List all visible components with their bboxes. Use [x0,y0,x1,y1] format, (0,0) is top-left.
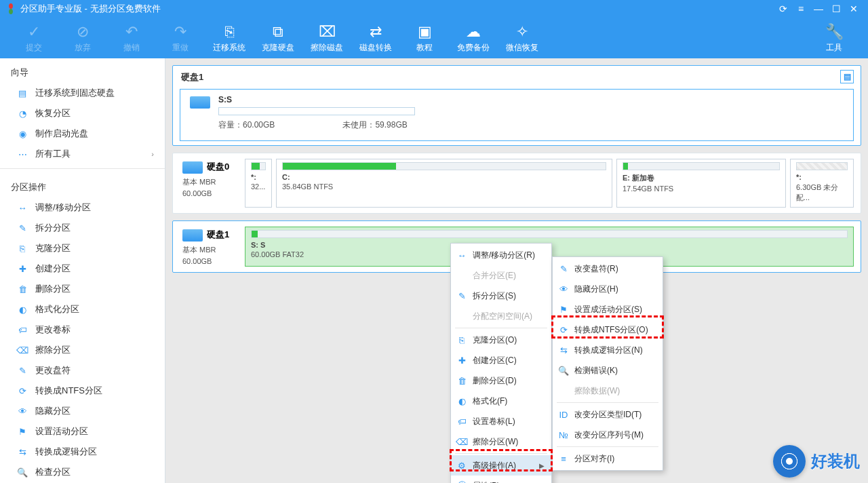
sidebar-item-migrate-ssd[interactable]: ▤迁移系统到固态硬盘 [0,83,165,103]
ctx-split[interactable]: ✎拆分分区(S) [451,286,551,306]
tools-button[interactable]: 🔧工具 [810,20,859,56]
sidebar-item-logical[interactable]: ⇆转换成逻辑分区 [0,442,165,462]
disk1-card[interactable]: S:S 容量：60.00GB 未使用：59.98GB [180,89,854,141]
ctx-resize[interactable]: ↔调整/移动分区(R) [451,245,551,265]
adv-hide[interactable]: 👁隐藏分区(H) [553,279,663,299]
wechat-recover-button[interactable]: ✧微信恢复 [498,20,547,56]
sidebar-item-split[interactable]: ✎拆分分区 [0,218,165,238]
redo-button[interactable]: ↷重做 [156,20,205,56]
hide-icon: 👁 [558,284,569,294]
check-icon: 🔍 [558,365,569,376]
sidebar-item-format[interactable]: ◐格式化分区 [0,299,165,320]
wipe-disk-button[interactable]: ⌧擦除磁盘 [302,20,351,56]
disk1-drive-label: S:S [218,95,415,104]
tutorial-icon: ▣ [418,23,432,41]
format-icon: ◐ [456,395,467,406]
adv-ntfs[interactable]: ⟳转换成NTFS分区(O) [553,320,663,340]
sidebar-item-hide[interactable]: 👁隐藏分区 [0,401,165,421]
sidebar-item-wipe-part[interactable]: ⌫擦除分区 [0,340,165,360]
label-icon: 🏷 [456,416,467,427]
commit-button[interactable]: ✓提交 [9,20,58,56]
convert-ntfs-icon: ⟳ [558,324,569,335]
close-button[interactable]: ✕ [845,1,863,16]
backup-button[interactable]: ☁免费备份 [449,20,498,56]
view-mode-button[interactable]: ▤ [840,70,854,83]
convert-icon: ⇄ [370,23,382,41]
adv-wipe: 擦除数据(W) [553,381,663,401]
sidebar-item-convert-ntfs[interactable]: ⟳转换成NTFS分区 [0,381,165,401]
watermark: 好装机 [773,445,860,478]
undo-button[interactable]: ↶撤销 [107,20,156,56]
sidebar-item-label[interactable]: 🏷更改卷标 [0,320,165,340]
adv-check[interactable]: 🔍检测错误(K) [553,360,663,381]
ctx-label[interactable]: 🏷设置卷标(L) [451,411,551,431]
context-menu-partition: ↔调整/移动分区(R) 合并分区(E) ✎拆分分区(S) 分配空闲空间(A) ⎘… [450,243,552,483]
convert-disk-button[interactable]: ⇄磁盘转换 [351,20,400,56]
adv-logical[interactable]: ⇆转换成逻辑分区(N) [553,340,663,360]
sidebar-item-letter[interactable]: ✎更改盘符 [0,360,165,381]
disc-icon: ◉ [16,128,28,140]
minimize-button[interactable]: — [810,1,827,16]
sidebar-item-active[interactable]: ⚑设置活动分区 [0,421,165,442]
disk0-panel: 硬盘0 基本 MBR 60.00GB *: 32... C: 35.84GB N… [172,153,861,214]
serial-icon: № [558,429,569,440]
split-icon: ✎ [456,290,467,301]
sidebar-item-resize[interactable]: ↔调整/移动分区 [0,197,165,218]
sidebar-item-recover-partition[interactable]: ◔恢复分区 [0,103,165,123]
ctx-delete[interactable]: 🗑删除分区(D) [451,370,551,391]
format-icon: ◐ [16,303,28,315]
refresh-button[interactable]: ⟳ [774,1,792,16]
watermark-logo-icon [773,445,806,478]
adv-serial[interactable]: №改变分区序列号(M) [553,425,663,445]
tutorial-button[interactable]: ▣教程 [400,20,449,56]
disk1-name: 硬盘1 [207,229,229,241]
id-icon: ID [558,409,569,420]
migrate-icon: ⎘ [225,23,234,41]
menu-button[interactable]: ≡ [792,1,810,16]
wrench-icon: 🔧 [825,23,844,41]
letter-icon: ✎ [16,364,28,376]
hide-icon: 👁 [16,405,28,417]
disk0-part3[interactable]: E: 新加卷 17.54GB NTFS [616,159,786,208]
wipe-icon: ⌧ [319,23,336,41]
discard-button[interactable]: ⊘放弃 [58,20,107,56]
wipe-icon: ⌫ [456,436,467,447]
adv-align[interactable]: ≡分区对齐(I) [553,448,663,469]
disk0-part1[interactable]: *: 32... [245,159,272,208]
sidebar-item-check[interactable]: 🔍检查分区 [0,462,165,482]
ctx-format[interactable]: ◐格式化(F) [451,391,551,411]
disk0-part4[interactable]: *: 6.30GB 未分配... [790,159,854,208]
adv-active[interactable]: ⚑设置成活动分区(S) [553,299,663,320]
ctx-advanced[interactable]: ⚙高级操作(A)▶ [451,455,551,476]
disk1-capacity: 60.00GB [243,120,275,130]
disk0-part2[interactable]: C: 35.84GB NTFS [276,159,612,208]
advanced-icon: ⚙ [456,460,467,471]
ctx-wipe[interactable]: ⌫擦除分区(W) [451,431,551,452]
dots-icon: ⋯ [16,148,28,160]
sidebar-item-create[interactable]: ✚创建分区 [0,258,165,279]
adv-id[interactable]: ID改变分区类型ID(T) [553,404,663,425]
sidebar-item-bootable-media[interactable]: ◉制作启动光盘 [0,123,165,144]
ctx-props[interactable]: ⓘ属性(P) [451,476,551,483]
resize-icon: ↔ [456,250,467,260]
sidebar-item-all-tools[interactable]: ⋯所有工具› [0,144,165,164]
adv-letter[interactable]: ✎改变盘符(R) [553,258,663,279]
ctx-create[interactable]: ✚创建分区(C) [451,350,551,370]
ctx-clone[interactable]: ⎘克隆分区(O) [451,330,551,350]
disk0-header[interactable]: 硬盘0 基本 MBR 60.00GB [180,159,241,208]
clone-disk-button[interactable]: ⧉克隆硬盘 [254,20,302,56]
chevron-right-icon: › [151,150,154,158]
disk-icon [182,229,203,242]
disk1-unused: 59.98GB [375,120,407,130]
maximize-button[interactable]: ☐ [827,1,845,16]
sidebar-item-clone-part[interactable]: ⎘克隆分区 [0,238,165,258]
check-icon: 🔍 [16,466,28,478]
ctx-merge: 合并分区(E) [451,265,551,286]
clone-part-icon: ⎘ [16,242,28,254]
titlebar: 分区助手专业版 - 无损分区免费软件 ⟳ ≡ — ☐ ✕ [0,0,868,18]
convert-ntfs-icon: ⟳ [16,385,28,397]
disk1-header[interactable]: 硬盘1 基本 MBR 60.00GB [180,227,241,267]
split-icon: ✎ [16,222,28,234]
migrate-os-button[interactable]: ⎘迁移系统 [205,20,254,56]
sidebar-item-delete[interactable]: 🗑删除分区 [0,279,165,299]
